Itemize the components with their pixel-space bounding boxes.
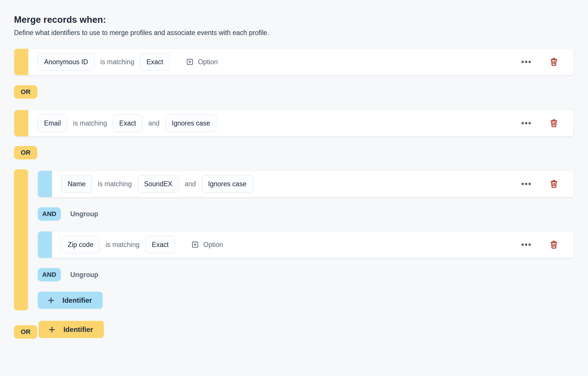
trash-icon: [549, 240, 559, 250]
method-chip[interactable]: Exact: [113, 114, 143, 132]
rule-row-content: Anonymous ID is matching Exact Option: [28, 53, 574, 71]
modifier-chip[interactable]: Ignores case: [202, 175, 253, 193]
identifier-chip[interactable]: Email: [38, 114, 67, 132]
page-title: Merge records when:: [14, 15, 574, 25]
rule-group: Name is matching SoundEX and Ignores cas…: [14, 169, 574, 310]
trash-icon: [549, 57, 559, 67]
operator-label: is matching: [73, 119, 107, 127]
add-identifier-label: Identifier: [63, 325, 93, 334]
delete-rule-button[interactable]: [548, 178, 560, 190]
add-identifier-label: Identifier: [62, 296, 92, 304]
add-option-button[interactable]: Option: [191, 241, 223, 249]
row-actions: [520, 239, 560, 251]
or-connector-badge: OR: [14, 85, 37, 99]
method-chip[interactable]: Exact: [146, 236, 175, 253]
more-menu-button[interactable]: [520, 121, 532, 126]
rule-row-content: Name is matching SoundEX and Ignores cas…: [52, 175, 574, 193]
more-menu-button[interactable]: [520, 242, 532, 247]
add-identifier-group-button[interactable]: Identifier: [38, 292, 103, 309]
ellipsis-icon: [521, 60, 531, 63]
group-content: Name is matching SoundEX and Ignores cas…: [38, 170, 574, 309]
conjunction-label: and: [148, 119, 159, 127]
add-identifier-button[interactable]: Identifier: [38, 321, 104, 338]
and-connector-line: AND Ungroup: [38, 268, 574, 281]
more-menu-button[interactable]: [520, 59, 532, 65]
or-connector-badge: OR: [14, 146, 37, 159]
ellipsis-icon: [521, 182, 531, 185]
rule-row-anonymous-id: Anonymous ID is matching Exact Option: [14, 48, 574, 75]
rule-color-bar: [38, 231, 52, 258]
rule-row-email: Email is matching Exact and Ignores case: [14, 110, 574, 137]
delete-rule-button[interactable]: [548, 239, 560, 251]
add-option-icon: [191, 241, 199, 248]
add-option-label: Option: [198, 58, 218, 66]
rule-color-bar: [38, 171, 52, 197]
method-chip[interactable]: Exact: [140, 53, 170, 71]
row-actions: [520, 117, 560, 129]
rule-row-content: Email is matching Exact and Ignores case: [28, 114, 574, 132]
and-connector-badge: AND: [38, 207, 61, 221]
row-actions: [520, 56, 560, 68]
identifier-chip[interactable]: Name: [61, 175, 92, 193]
plus-icon: [48, 325, 56, 334]
page-subtitle: Define what identifiers to use to merge …: [14, 29, 574, 37]
merge-rules-panel: Merge records when: Define what identifi…: [0, 0, 588, 339]
add-option-button[interactable]: Option: [186, 58, 218, 66]
operator-label: is matching: [98, 180, 132, 188]
trash-icon: [549, 179, 559, 189]
ellipsis-icon: [521, 243, 531, 246]
group-color-bar: [14, 169, 28, 310]
modifier-chip[interactable]: Ignores case: [165, 114, 217, 132]
rule-row-zip-code: Zip code is matching Exact Option: [38, 231, 574, 258]
ellipsis-icon: [521, 122, 531, 125]
method-chip[interactable]: SoundEX: [138, 175, 179, 193]
rule-color-bar: [14, 49, 28, 75]
or-connector-badge: OR: [14, 325, 37, 339]
add-option-icon: [186, 58, 194, 66]
operator-label: is matching: [106, 241, 139, 249]
add-option-label: Option: [203, 241, 223, 249]
ungroup-button[interactable]: Ungroup: [70, 271, 98, 279]
row-actions: [520, 178, 560, 190]
plus-icon: [47, 296, 55, 305]
ungroup-button[interactable]: Ungroup: [70, 210, 98, 218]
rule-color-bar: [14, 110, 28, 136]
identifier-chip[interactable]: Zip code: [61, 236, 100, 253]
operator-label: is matching: [100, 58, 134, 66]
rule-row-content: Zip code is matching Exact Option: [52, 236, 574, 253]
identifier-chip[interactable]: Anonymous ID: [38, 53, 94, 71]
delete-rule-button[interactable]: [548, 56, 560, 68]
rule-row-name: Name is matching SoundEX and Ignores cas…: [38, 170, 574, 197]
conjunction-label: and: [185, 180, 196, 188]
more-menu-button[interactable]: [520, 181, 532, 187]
and-connector-line: AND Ungroup: [38, 207, 574, 221]
trash-icon: [549, 118, 559, 128]
delete-rule-button[interactable]: [548, 117, 560, 129]
and-connector-badge: AND: [38, 268, 61, 281]
